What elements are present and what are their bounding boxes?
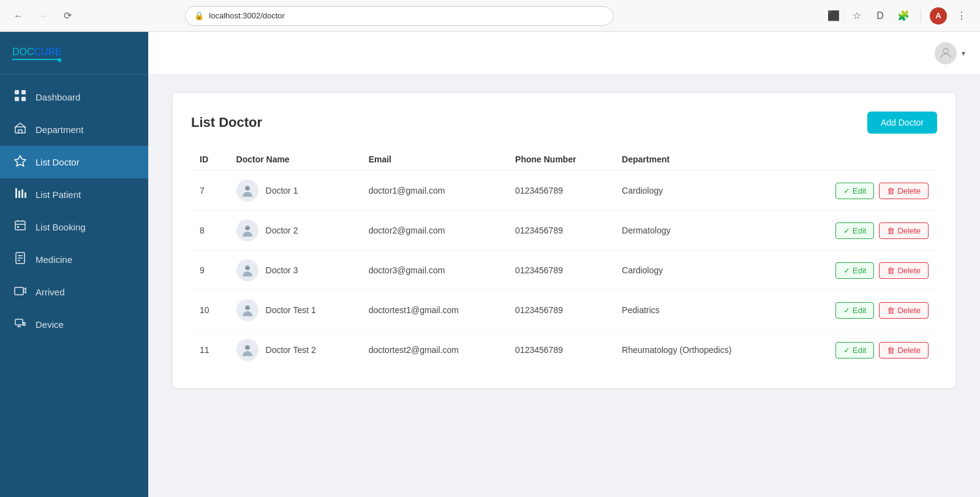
cell-id: 9 [191,251,228,290]
header: ▾ [148,32,980,75]
dashlane-icon[interactable]: D [872,7,889,25]
back-button[interactable]: ← [10,7,27,25]
url-text: localhost:3002/doctor [209,11,285,20]
extensions-icon[interactable]: 🧩 [895,7,912,25]
list-doctor-label: List Doctor [36,157,80,167]
header-user[interactable]: ▾ [935,42,965,64]
table-row: 8 Doctor 2 doctor2@gmail.com 0123456789 … [191,211,937,251]
address-bar[interactable]: 🔒 localhost:3002/doctor [185,6,614,26]
lock-icon: 🔒 [194,11,204,20]
list-booking-label: List Booking [36,222,86,232]
svg-rect-36 [246,268,249,269]
edit-icon: ✓ [843,266,850,275]
col-id: ID [191,148,228,171]
medicine-icon [13,252,27,267]
cell-phone: 0123456789 [507,211,613,251]
delete-button[interactable]: 🗑 Delete [879,342,929,359]
trash-icon: 🗑 [887,186,895,195]
page-card: List Doctor Add Doctor ID Doctor Name Em… [173,93,956,388]
sidebar-item-dashboard[interactable]: Dashboard [0,81,148,113]
col-name: Doctor Name [228,148,360,171]
edit-button[interactable]: ✓ Edit [835,183,874,199]
table-row: 9 Doctor 3 doctor3@gmail.com 0123456789 … [191,251,937,290]
sidebar-item-list-patient[interactable]: List Patient [0,178,148,211]
svg-rect-6 [15,188,17,198]
list-doctor-icon [13,154,27,170]
sidebar-item-arrived[interactable]: Arrived [0,276,148,308]
col-actions [786,148,937,171]
svg-rect-7 [18,191,20,198]
reload-button[interactable]: ⟳ [59,7,76,25]
doctor-avatar [236,180,258,202]
svg-rect-40 [246,308,249,309]
svg-rect-20 [15,319,23,325]
add-doctor-button[interactable]: Add Doctor [867,112,937,134]
doctor-name: Doctor Test 1 [266,305,316,315]
logo-wrapper: DOCCURE [12,47,62,60]
doctor-avatar [236,339,258,361]
department-icon [13,122,27,137]
page-header: List Doctor Add Doctor [191,112,937,134]
doctor-name: Doctor Test 2 [266,345,316,355]
trash-icon: 🗑 [887,226,895,235]
cell-department: Pediatrics [613,290,786,330]
sidebar-item-device[interactable]: Device [0,308,148,341]
logo-cure: CURE [34,47,62,57]
arrived-icon [13,284,27,300]
table-row: 11 Doctor Test 2 doctortest2@gmail.com 0… [191,330,937,370]
translate-icon[interactable]: ⬛ [825,7,842,25]
browser-action-buttons: ⬛ ☆ D 🧩 A ⋮ [825,7,970,25]
sidebar-logo: DOCCURE [0,32,148,75]
doctor-avatar [236,219,258,241]
divider [921,10,921,22]
app-container: DOCCURE Dashboard [0,32,980,497]
menu-icon[interactable]: ⋮ [953,7,970,25]
device-label: Device [36,319,64,330]
medicine-label: Medicine [36,254,72,265]
forward-button[interactable]: → [34,7,51,25]
trash-icon: 🗑 [887,306,895,315]
cell-name: Doctor Test 1 [228,290,360,330]
delete-button[interactable]: 🗑 Delete [879,183,929,199]
cell-email: doctor1@gmail.com [360,171,507,211]
col-dept: Department [613,148,786,171]
cell-actions: ✓ Edit 🗑 Delete [786,211,937,251]
list-patient-icon [13,187,27,202]
trash-icon: 🗑 [887,266,895,275]
cell-email: doctor3@gmail.com [360,251,507,290]
edit-button[interactable]: ✓ Edit [835,342,874,359]
svg-rect-37 [246,267,249,267]
svg-rect-0 [15,90,19,94]
cell-phone: 0123456789 [507,330,613,370]
sidebar-item-department[interactable]: Department [0,113,148,146]
trash-icon: 🗑 [887,346,895,355]
edit-button[interactable]: ✓ Edit [835,222,874,239]
sidebar-item-list-doctor[interactable]: List Doctor [0,146,148,178]
svg-rect-3 [21,97,26,101]
svg-rect-10 [15,221,25,230]
sidebar-item-medicine[interactable]: Medicine [0,243,148,276]
user-avatar [935,42,957,64]
cell-department: Rheumatology (Orthopedics) [613,330,786,370]
edit-button[interactable]: ✓ Edit [835,302,874,319]
cell-phone: 0123456789 [507,171,613,211]
cell-actions: ✓ Edit 🗑 Delete [786,251,937,290]
cell-actions: ✓ Edit 🗑 Delete [786,290,937,330]
delete-button[interactable]: 🗑 Delete [879,262,929,279]
department-label: Department [36,124,83,135]
doctors-table: ID Doctor Name Email Phone Number Depart… [191,148,937,370]
bookmark-icon[interactable]: ☆ [848,7,865,25]
delete-button[interactable]: 🗑 Delete [879,302,929,319]
sidebar-item-list-booking[interactable]: List Booking [0,211,148,243]
cell-name: Doctor 3 [228,251,360,290]
logo-text: DOCCURE [12,47,62,58]
doctor-avatar [236,259,258,281]
table-header: ID Doctor Name Email Phone Number Depart… [191,148,937,171]
browser-profile[interactable]: A [930,7,947,25]
edit-icon: ✓ [843,346,850,355]
col-email: Email [360,148,507,171]
edit-button[interactable]: ✓ Edit [835,262,874,279]
cell-department: Cardiology [613,251,786,290]
cell-phone: 0123456789 [507,251,613,290]
delete-button[interactable]: 🗑 Delete [879,222,929,239]
